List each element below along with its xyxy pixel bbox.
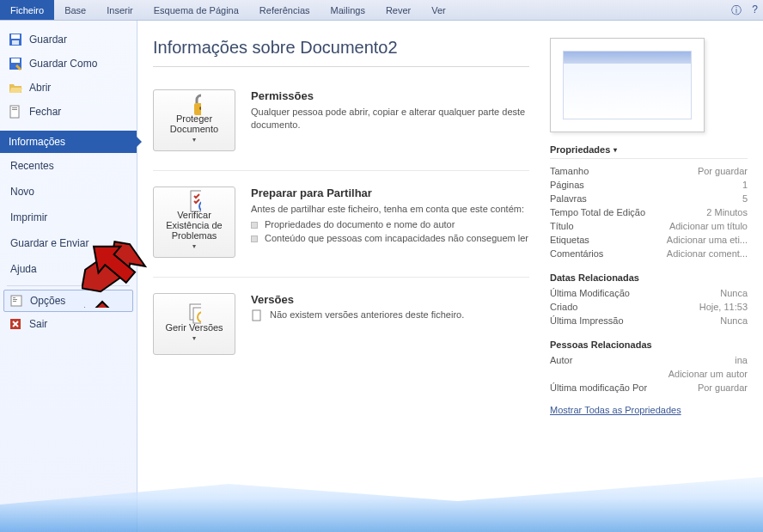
property-value[interactable]: Por guardar (698, 166, 748, 176)
property-value[interactable]: Nunca (720, 288, 748, 298)
properties-heading[interactable]: Propriedades ▾ (550, 144, 748, 159)
bullet-text: Conteúdo que pessoas com incapacidades n… (265, 233, 528, 243)
property-value[interactable]: 2 Minutos (706, 207, 748, 217)
ribbon-tabs: Ficheiro Base Inserir Esquema de Página … (0, 0, 763, 21)
property-row: Autorina (550, 353, 748, 367)
property-row: Tempo Total de Edição2 Minutos (550, 205, 748, 219)
tab-ficheiro[interactable]: Ficheiro (0, 0, 54, 20)
checklist-icon (187, 194, 201, 208)
property-key: Última Modificação (550, 288, 630, 298)
section-text: Não existem versões anteriores deste fic… (270, 309, 464, 320)
exit-icon (9, 317, 22, 331)
help-question-icon[interactable]: ? (747, 0, 763, 20)
property-key: Título (550, 221, 574, 231)
sidebar-item-abrir[interactable]: Abrir (0, 76, 137, 100)
property-key: Tamanho (550, 166, 589, 176)
property-key: Etiquetas (550, 235, 589, 245)
dropdown-icon: ▾ (192, 136, 196, 144)
check-issues-button[interactable]: Verificar Existência de Problemas ▾ (153, 187, 235, 258)
options-icon (9, 294, 23, 308)
property-value[interactable]: Adicionar um autor (668, 369, 748, 379)
section-text: Qualquer pessoa pode abrir, copiar e alt… (251, 106, 529, 132)
property-row: CriadoHoje, 11:53 (550, 300, 748, 314)
property-row: Última ModificaçãoNunca (550, 286, 748, 300)
tab-ver[interactable]: Ver (421, 0, 456, 20)
property-key: Palavras (550, 193, 587, 204)
bullet-text: Propriedades do documento e nome do auto… (265, 219, 455, 229)
tab-inserir[interactable]: Inserir (96, 0, 143, 20)
property-value[interactable]: Adicionar coment... (667, 248, 748, 259)
svg-rect-2 (12, 40, 19, 45)
sidebar-item-guardar[interactable]: Guardar (0, 28, 137, 52)
property-row: Adicionar um autor (550, 367, 748, 381)
property-value[interactable]: 1 (742, 180, 748, 190)
save-icon (9, 33, 22, 46)
section-prepare-share: Verificar Existência de Problemas ▾ Prep… (153, 178, 529, 278)
svg-rect-4 (11, 58, 20, 63)
sidebar-item-guardar-como[interactable]: Guardar Como (0, 52, 137, 76)
label: Informações (9, 136, 65, 148)
svg-rect-6 (12, 107, 17, 108)
label: Proteger Documento (157, 113, 231, 134)
property-key: Páginas (550, 180, 584, 190)
version-line: Não existem versões anteriores deste fic… (251, 309, 529, 321)
property-value[interactable]: Adicionar um título (669, 221, 748, 231)
bullet-item: Conteúdo que pessoas com incapacidades n… (251, 233, 529, 243)
bullet-icon (251, 235, 258, 242)
svg-rect-11 (13, 301, 16, 302)
property-value[interactable]: Hoje, 11:53 (699, 302, 748, 312)
property-key: Última modificação Por (550, 382, 647, 393)
tab-rever[interactable]: Rever (375, 0, 421, 20)
sidebar-item-imprimir[interactable]: Imprimir (0, 205, 137, 230)
people-heading: Pessoas Relacionadas (550, 339, 748, 350)
label: Gerir Versões (165, 322, 223, 333)
sidebar-item-recentes[interactable]: Recentes (0, 153, 137, 179)
tab-esquema[interactable]: Esquema de Página (143, 0, 249, 20)
document-icon (251, 309, 263, 321)
label: Propriedades (550, 144, 610, 155)
section-permissions: Proteger Documento ▾ Permissões Qualquer… (153, 81, 529, 171)
property-value[interactable]: Adicionar uma eti... (667, 235, 748, 245)
tab-base[interactable]: Base (54, 0, 96, 20)
property-key: Última Impressão (550, 315, 624, 326)
property-row: ComentáriosAdicionar coment... (550, 247, 748, 260)
label: Guardar (29, 34, 67, 46)
svg-rect-10 (13, 299, 17, 300)
tab-referencias[interactable]: Referências (249, 0, 320, 20)
properties-panel: Propriedades ▾ TamanhoPor guardarPáginas… (550, 38, 748, 515)
sidebar-item-guardar-enviar[interactable]: Guardar e Enviar (0, 230, 137, 256)
sidebar-item-novo[interactable]: Novo (0, 179, 137, 205)
dropdown-icon: ▾ (192, 242, 196, 250)
svg-rect-7 (12, 109, 17, 110)
property-value[interactable]: Por guardar (698, 382, 748, 393)
sidebar-item-fechar[interactable]: Fechar (0, 100, 137, 124)
property-row: Última modificação PorPor guardar (550, 381, 748, 394)
property-row: TamanhoPor guardar (550, 164, 748, 178)
sidebar-item-informacoes[interactable]: Informações (0, 131, 137, 153)
section-heading: Permissões (251, 89, 529, 102)
tab-mailings[interactable]: Mailings (320, 0, 375, 20)
protect-document-button[interactable]: Proteger Documento ▾ (153, 89, 235, 151)
manage-versions-button[interactable]: Gerir Versões ▾ (153, 293, 235, 355)
property-value[interactable]: 5 (742, 193, 748, 204)
section-text: Antes de partilhar este ficheiro, tenha … (251, 203, 529, 216)
label: Fechar (29, 106, 61, 118)
lock-icon (187, 98, 201, 112)
help-icon[interactable]: ⓘ (726, 0, 747, 20)
bullet-icon (251, 222, 258, 229)
show-all-properties-link[interactable]: Mostrar Todas as Propriedades (550, 405, 681, 415)
label: Guardar Como (29, 58, 97, 70)
sidebar-item-sair[interactable]: Sair (0, 312, 137, 336)
dates-heading: Datas Relacionadas (550, 272, 748, 283)
document-thumbnail[interactable] (550, 38, 705, 132)
property-row: Palavras5 (550, 192, 748, 205)
sidebar-item-ajuda[interactable]: Ajuda (0, 256, 137, 282)
property-row: Páginas1 (550, 178, 748, 192)
property-value[interactable]: ina (735, 355, 748, 365)
svg-rect-22 (253, 310, 260, 321)
svg-rect-9 (13, 297, 15, 298)
property-value[interactable]: Nunca (720, 315, 748, 326)
sidebar-item-opcoes[interactable]: Opções (3, 290, 133, 312)
dropdown-icon: ▾ (192, 334, 196, 342)
page-title: Informações sobre Documento2 (153, 38, 529, 67)
